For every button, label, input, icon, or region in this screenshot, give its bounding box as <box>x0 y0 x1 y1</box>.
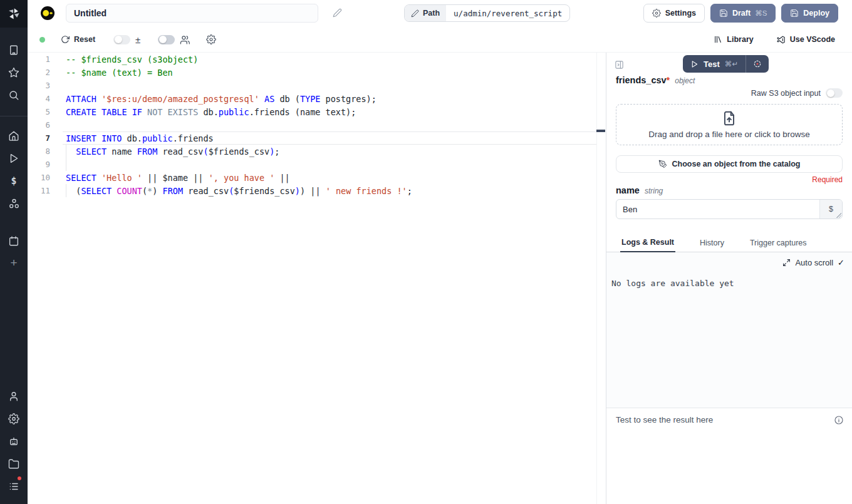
test-button[interactable]: Test ⌘↵ <box>683 55 769 73</box>
reset-label: Reset <box>74 35 95 44</box>
choose-object-button[interactable]: Choose an object from the catalog <box>616 155 843 173</box>
code-editor[interactable]: 1-- $friends_csv (s3object)2-- $name (te… <box>28 53 606 504</box>
tab-logs-result[interactable]: Logs & Result <box>620 238 675 252</box>
name-input[interactable] <box>616 200 819 219</box>
vscode-icon <box>776 35 786 44</box>
expand-icon <box>782 259 791 267</box>
notification-dot <box>16 475 23 481</box>
line-number: 10 <box>28 173 50 182</box>
name-input-wrap: $ <box>616 199 843 219</box>
panel-tabs: Logs & ResultHistoryTrigger captures <box>606 236 852 252</box>
code-line[interactable]: 10SELECT 'Hello ' || $name || ', you hav… <box>28 171 606 184</box>
file-dropzone[interactable]: Drag and drop a file here or click to br… <box>616 104 843 145</box>
editor-toolbar: Reset ± Library Use VScode <box>28 26 852 53</box>
multiplayer-toggle[interactable] <box>158 35 175 44</box>
line-number: 11 <box>28 186 50 195</box>
left-sidebar: $ + <box>0 0 28 504</box>
settings-gear-icon[interactable] <box>0 410 28 428</box>
library-icon <box>714 35 722 44</box>
capture-button[interactable] <box>746 55 769 73</box>
raw-s3-toggle[interactable] <box>826 88 843 98</box>
script-title-input[interactable]: Untitled <box>66 4 318 23</box>
logs-panel: Auto scroll ✓ No logs are available yet <box>606 252 852 408</box>
scrollbar-track[interactable] <box>596 53 597 504</box>
result-placeholder: Test to see the result here <box>616 415 713 424</box>
line-number: 6 <box>28 120 50 130</box>
code-lines[interactable]: 1-- $friends_csv (s3object)2-- $name (te… <box>28 53 606 197</box>
folders-icon[interactable] <box>0 455 28 473</box>
library-button[interactable]: Library <box>714 35 753 44</box>
line-number: 3 <box>28 81 50 90</box>
line-text: CREATE TABLE IF NOT EXISTS db.public.fri… <box>50 107 356 117</box>
tab-history[interactable]: History <box>699 239 725 252</box>
search-icon[interactable] <box>0 86 28 104</box>
collapse-panel-icon[interactable] <box>615 60 624 69</box>
deploy-button[interactable]: Deploy <box>781 4 838 23</box>
people-icon <box>180 34 190 45</box>
workers-robot-icon[interactable] <box>0 433 28 450</box>
favorites-star-icon[interactable] <box>0 64 28 81</box>
use-vscode-button[interactable]: Use VScode <box>776 35 835 44</box>
sidebar-divider <box>0 116 28 116</box>
user-icon[interactable] <box>0 388 28 405</box>
deploy-label: Deploy <box>803 9 829 18</box>
code-line[interactable]: 8 SELECT name FROM read_csv($friends_csv… <box>28 145 606 158</box>
code-line[interactable]: 2-- $name (text) = Ben <box>28 66 606 79</box>
windmill-logo[interactable] <box>0 0 28 28</box>
line-number: 4 <box>28 94 50 103</box>
code-line[interactable]: 9 <box>28 158 606 171</box>
save-icon <box>719 9 728 18</box>
home-icon[interactable] <box>0 127 28 145</box>
raw-s3-label: Raw S3 object input <box>751 89 821 98</box>
code-line[interactable]: 7INSERT INTO db.public.friends <box>28 131 606 145</box>
code-line[interactable]: 11 (SELECT COUNT(*) FROM read_csv($frien… <box>28 184 606 197</box>
resize-grip[interactable] <box>836 213 841 218</box>
path-button[interactable]: Path u/admin/reverent_script <box>404 4 570 22</box>
reset-button[interactable]: Reset <box>61 35 95 44</box>
draft-button[interactable]: Draft ⌘S <box>710 4 776 23</box>
code-line[interactable]: 6 <box>28 118 606 131</box>
test-panel: Test ⌘↵ friends_csv* object Raw S3 objec… <box>606 53 852 504</box>
path-edit-section[interactable]: Path <box>405 5 446 21</box>
settings-button[interactable]: Settings <box>643 4 705 23</box>
line-number: 9 <box>28 160 50 169</box>
schedules-calendar-icon[interactable] <box>0 232 28 250</box>
variable-picker-button[interactable]: $ <box>819 200 842 219</box>
queues-list-icon[interactable] <box>0 478 28 495</box>
result-panel: Test to see the result here <box>606 408 852 504</box>
code-line[interactable]: 3 <box>28 79 606 92</box>
workspace-switcher-icon[interactable] <box>0 41 28 59</box>
line-text: (SELECT COUNT(*) FROM read_csv($friends_… <box>50 186 412 196</box>
title-edit-pencil-icon[interactable] <box>333 8 342 18</box>
upload-file-icon <box>721 110 737 126</box>
line-text: SELECT 'Hello ' || $name || ', you have … <box>50 173 290 183</box>
line-text: SELECT name FROM read_csv($friends_csv); <box>50 147 279 157</box>
tab-trigger-captures[interactable]: Trigger captures <box>749 239 808 252</box>
add-plus-icon[interactable]: + <box>0 254 28 272</box>
top-header: Untitled Path u/admin/reverent_script Se… <box>28 0 852 53</box>
code-line[interactable]: 4ATTACH '$res:u/demo/amazed_postgresql' … <box>28 92 606 105</box>
test-label: Test <box>704 59 720 69</box>
raw-s3-row: Raw S3 object input <box>751 88 843 98</box>
editor-settings-gear-icon[interactable] <box>206 34 216 44</box>
resources-icon[interactable] <box>0 195 28 212</box>
line-text: -- $name (text) = Ben <box>50 68 173 78</box>
code-line[interactable]: 1-- $friends_csv (s3object) <box>28 53 606 66</box>
line-number: 1 <box>28 54 50 64</box>
auto-scroll-control[interactable]: Auto scroll ✓ <box>782 258 844 267</box>
info-icon[interactable] <box>834 415 844 425</box>
runs-play-icon[interactable] <box>0 150 28 167</box>
variables-dollar-icon[interactable]: $ <box>0 172 28 190</box>
line-number: 8 <box>28 147 50 156</box>
status-dot <box>39 37 45 43</box>
settings-gear-icon <box>652 9 661 18</box>
script-title-value: Untitled <box>74 8 106 18</box>
vscode-label: Use VScode <box>790 35 835 44</box>
auto-scroll-label: Auto scroll <box>795 258 833 267</box>
choose-object-label: Choose an object from the catalog <box>672 160 801 168</box>
draft-shortcut: ⌘S <box>755 9 767 18</box>
line-number: 7 <box>28 133 50 143</box>
code-line[interactable]: 5CREATE TABLE IF NOT EXISTS db.public.fr… <box>28 105 606 118</box>
dropzone-text: Drag and drop a file here or click to br… <box>648 130 809 139</box>
diff-toggle[interactable] <box>113 35 130 44</box>
